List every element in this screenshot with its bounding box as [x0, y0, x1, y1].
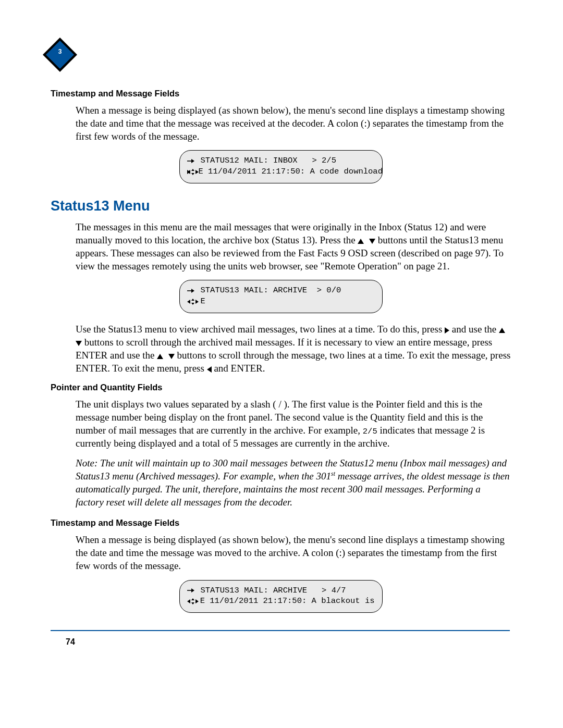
- text: Use the Status13 menu to view archived m…: [76, 324, 445, 335]
- page-number: 74: [66, 637, 75, 647]
- lcd-line: STATUS12 MAIL: INBOX > 2/5: [201, 155, 336, 166]
- svg-marker-6: [191, 169, 194, 171]
- svg-marker-20: [157, 354, 163, 359]
- triangle-down-icon: [168, 354, 175, 359]
- arrow-right-icon: [187, 158, 201, 164]
- lcd-line: E 11/04/2011 21:17:50: A code download: [199, 166, 383, 177]
- arrow-right-icon: [187, 587, 201, 594]
- subheading-timestamp-1: Timestamp and Message Fields: [51, 89, 511, 98]
- nav-arrows-icon: [187, 598, 200, 604]
- page: 3 Timestamp and Message Fields When a me…: [0, 0, 563, 728]
- lcd-line: STATUS13 MAIL: ARCHIVE > 0/0: [201, 285, 341, 296]
- subheading-pointer: Pointer and Quantity Fields: [51, 382, 511, 392]
- note-paragraph: Note: The unit will maintain up to 300 m…: [76, 457, 511, 509]
- lcd-panel-2: STATUS13 MAIL: ARCHIVE > 0/0 E: [179, 280, 383, 313]
- svg-marker-16: [195, 300, 199, 304]
- lcd-panel-wrap: STATUS13 MAIL: ARCHIVE > 0/0 E: [51, 280, 511, 313]
- paragraph: Use the Status13 menu to view archived m…: [76, 323, 511, 375]
- triangle-down-icon: [76, 341, 82, 346]
- paragraph: When a message is being displayed (as sh…: [76, 104, 511, 143]
- svg-marker-18: [499, 328, 505, 333]
- arrow-right-icon: [187, 288, 201, 294]
- svg-marker-26: [191, 598, 194, 600]
- svg-marker-7: [191, 173, 194, 175]
- svg-marker-9: [358, 239, 364, 244]
- svg-marker-21: [168, 354, 175, 359]
- footer-rule: [51, 630, 510, 631]
- paragraph: When a message is being displayed (as sh…: [76, 533, 511, 572]
- triangle-up-icon: [157, 354, 163, 359]
- chapter-tab: 3: [42, 36, 78, 73]
- lcd-panel-3: STATUS13 MAIL: ARCHIVE > 4/7 E 11/01/201…: [179, 580, 383, 613]
- lcd-line: E 11/01/2011 21:17:50: A blackout is: [200, 596, 375, 607]
- lcd-panel-wrap: STATUS12 MAIL: INBOX > 2/5 E 11/04/2011 …: [51, 150, 511, 183]
- triangle-right-icon: [445, 327, 449, 334]
- text: and ENTER.: [212, 363, 265, 374]
- svg-marker-19: [76, 341, 82, 346]
- triangle-up-icon: [499, 328, 505, 333]
- section-title-status13: Status13 Menu: [51, 198, 511, 214]
- svg-marker-3: [191, 159, 194, 163]
- svg-marker-22: [207, 366, 212, 373]
- triangle-down-icon: [369, 239, 375, 244]
- lcd-panel-1: STATUS12 MAIL: INBOX > 2/5 E 11/04/2011 …: [179, 150, 383, 183]
- content: Timestamp and Message Fields When a mess…: [51, 89, 511, 622]
- svg-marker-10: [369, 239, 375, 244]
- paragraph: The messages in this menu are the mail m…: [76, 220, 511, 273]
- svg-marker-17: [445, 327, 449, 334]
- svg-marker-28: [195, 599, 199, 603]
- nav-arrows-icon: [187, 299, 201, 305]
- lcd-line: STATUS13 MAIL: ARCHIVE > 4/7: [201, 585, 346, 596]
- svg-marker-27: [191, 602, 194, 604]
- triangle-left-icon: [207, 366, 212, 373]
- lcd-line: E: [201, 296, 205, 307]
- svg-marker-12: [191, 289, 194, 293]
- svg-marker-25: [187, 599, 190, 603]
- svg-marker-15: [191, 303, 194, 305]
- chapter-number: 3: [58, 48, 62, 55]
- triangle-up-icon: [358, 239, 364, 244]
- svg-marker-24: [191, 588, 194, 593]
- subheading-timestamp-2: Timestamp and Message Fields: [51, 518, 511, 528]
- lcd-panel-wrap: STATUS13 MAIL: ARCHIVE > 4/7 E 11/01/201…: [51, 580, 511, 613]
- paragraph: The unit displays two values separated b…: [76, 398, 511, 450]
- svg-marker-13: [187, 300, 190, 304]
- code-text: 2/5: [363, 427, 377, 436]
- text: and use the: [449, 324, 499, 335]
- nav-arrows-icon: [187, 169, 199, 175]
- svg-marker-14: [191, 299, 194, 301]
- superscript: st: [331, 470, 335, 477]
